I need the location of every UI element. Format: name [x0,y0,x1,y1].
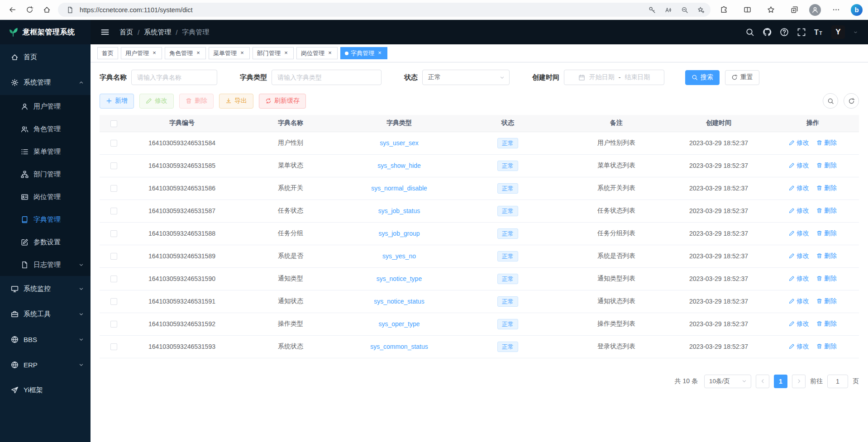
delete-row-button[interactable]: 删除 [816,229,837,238]
user-avatar[interactable]: Y [831,25,845,39]
sidebar-item-home[interactable]: 首页 [0,44,91,70]
chevron-down-icon[interactable] [853,30,858,35]
edit-row-button[interactable]: 修改 [789,252,809,260]
edit-row-button[interactable]: 修改 [789,342,809,351]
edit-row-button[interactable]: 修改 [789,184,809,192]
delete-button[interactable]: 删除 [179,94,214,109]
more-icon[interactable] [827,1,844,19]
sidebar-item-menu[interactable]: 菜单管理 [0,140,91,163]
refresh-table-button[interactable] [844,93,859,109]
dict-type-input[interactable] [272,70,382,85]
delete-row-button[interactable]: 删除 [816,184,837,192]
key-icon[interactable] [645,4,659,16]
date-range-picker[interactable]: 开始日期 - 结束日期 [564,70,664,85]
row-checkbox[interactable] [110,208,117,214]
edit-button[interactable]: 修改 [139,94,174,109]
row-checkbox[interactable] [110,321,117,328]
row-checkbox[interactable] [110,162,117,169]
tab-close-icon[interactable]: × [283,50,289,57]
search-button[interactable]: 搜索 [685,70,720,85]
dict-type-link[interactable]: sys_notice_type [377,275,422,282]
browser-home-icon[interactable] [38,1,55,19]
breadcrumb-system[interactable]: 系统管理 [144,28,171,37]
tab-6[interactable]: 字典管理× [340,47,387,59]
tab-close-icon[interactable]: × [151,50,157,57]
dict-type-link[interactable]: sys_user_sex [380,139,419,147]
select-all-checkbox[interactable] [110,120,117,127]
sidebar-item-dict[interactable]: 字典管理 [0,208,91,231]
sidebar-item-bbs[interactable]: BBS [0,327,91,352]
font-size-icon[interactable]: TT [814,28,823,37]
edit-row-button[interactable]: 修改 [789,162,809,170]
sidebar-item-yi[interactable]: Yi框架 [0,377,91,403]
sidebar-item-system[interactable]: 系统管理 [0,70,91,95]
next-page-button[interactable] [792,375,806,388]
sidebar-item-role[interactable]: 角色管理 [0,118,91,140]
sidebar-item-monitor[interactable]: 系统监控 [0,276,91,301]
breadcrumb-home[interactable]: 首页 [119,28,133,37]
row-checkbox[interactable] [110,343,117,350]
status-select[interactable]: 正常 [422,70,510,85]
sidebar-item-erp[interactable]: ERP [0,352,91,377]
url-bar[interactable]: https://ccnetcore.com:1101/system/dict [58,3,711,17]
dict-type-link[interactable]: sys_job_group [378,230,420,237]
delete-row-button[interactable]: 删除 [816,342,837,351]
tab-close-icon[interactable]: × [195,50,201,57]
row-checkbox[interactable] [110,276,117,282]
dict-type-link[interactable]: sys_common_status [370,343,428,350]
dict-type-link[interactable]: sys_show_hide [377,162,421,169]
tab-close-icon[interactable]: × [239,50,245,57]
delete-row-button[interactable]: 删除 [816,320,837,328]
dict-type-link[interactable]: sys_yes_no [382,252,416,260]
split-screen-icon[interactable] [739,1,756,19]
delete-row-button[interactable]: 删除 [816,162,837,170]
edit-row-button[interactable]: 修改 [789,320,809,328]
prev-page-button[interactable] [756,375,769,388]
dict-type-link[interactable]: sys_normal_disable [371,185,427,192]
extensions-icon[interactable] [715,1,732,19]
favorites-bar-icon[interactable] [762,1,779,19]
read-aloud-icon[interactable] [662,4,675,16]
sidebar-item-log[interactable]: 日志管理 [0,253,91,276]
edit-row-button[interactable]: 修改 [789,229,809,238]
tab-close-icon[interactable]: × [377,50,383,57]
delete-row-button[interactable]: 删除 [816,207,837,215]
tab-3[interactable]: 菜单管理× [209,47,250,59]
favorite-add-icon[interactable] [694,4,708,16]
refresh-cache-button[interactable]: 刷新缓存 [259,94,306,109]
dict-name-input[interactable] [131,70,217,85]
page-size-select[interactable]: 10条/页 [704,375,751,388]
profile-avatar[interactable] [809,4,821,16]
sidebar-item-tools[interactable]: 系统工具 [0,301,91,327]
sidebar-item-dept[interactable]: 部门管理 [0,163,91,185]
delete-row-button[interactable]: 删除 [816,139,837,147]
sidebar-item-post[interactable]: 岗位管理 [0,185,91,208]
edit-row-button[interactable]: 修改 [789,297,809,305]
edit-row-button[interactable]: 修改 [789,207,809,215]
sidebar-item-user[interactable]: 用户管理 [0,95,91,118]
tab-0[interactable]: 首页 [97,47,118,59]
collections-icon[interactable] [786,1,803,19]
tab-4[interactable]: 部门管理× [253,47,294,59]
reset-button[interactable]: 重置 [725,70,759,85]
row-checkbox[interactable] [110,230,117,237]
dict-type-link[interactable]: sys_job_status [378,207,420,214]
tab-1[interactable]: 用户管理× [121,47,162,59]
row-checkbox[interactable] [110,185,117,192]
row-checkbox[interactable] [110,140,117,147]
help-icon[interactable] [780,28,789,37]
page-1-button[interactable]: 1 [774,375,787,388]
refresh-icon[interactable] [21,1,38,19]
hamburger-icon[interactable] [100,28,110,37]
back-icon[interactable] [4,1,21,19]
zoom-out-icon[interactable] [678,4,692,16]
tab-2[interactable]: 角色管理× [165,47,206,59]
tab-close-icon[interactable]: × [327,50,333,57]
goto-page-input[interactable] [827,375,848,388]
bing-icon[interactable]: b [851,4,863,16]
edit-row-button[interactable]: 修改 [789,139,809,147]
sidebar-item-param[interactable]: 参数设置 [0,231,91,253]
dict-type-link[interactable]: sys_oper_type [378,320,420,328]
add-button[interactable]: 新增 [100,94,134,109]
dict-type-link[interactable]: sys_notice_status [374,298,424,305]
